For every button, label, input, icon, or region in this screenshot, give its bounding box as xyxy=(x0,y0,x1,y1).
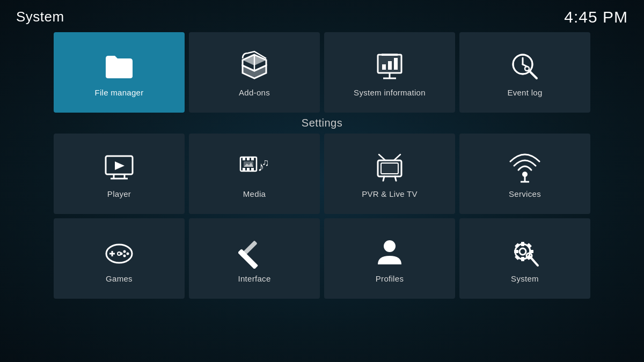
services-label: Services xyxy=(509,189,541,198)
system-information-label: System information xyxy=(354,88,426,97)
svg-point-49 xyxy=(127,252,129,255)
event-log-label: Event log xyxy=(507,88,542,97)
games-label: Games xyxy=(106,274,133,283)
page-title: System xyxy=(16,9,64,25)
tile-games[interactable]: Games xyxy=(54,218,185,299)
tile-pvr-live-tv[interactable]: PVR & Live TV xyxy=(324,134,455,214)
tile-event-log[interactable]: Event log xyxy=(459,32,590,113)
tile-file-manager[interactable]: File manager xyxy=(54,32,185,113)
player-label: Player xyxy=(107,189,131,198)
add-ons-icon xyxy=(238,50,270,83)
file-manager-icon xyxy=(103,50,135,83)
tile-system-settings[interactable]: System xyxy=(459,218,590,299)
svg-text:♫: ♫ xyxy=(262,157,269,168)
tile-add-ons[interactable]: Add-ons xyxy=(189,32,320,113)
profiles-icon xyxy=(374,237,406,269)
tile-interface[interactable]: Interface xyxy=(189,218,320,299)
svg-line-41 xyxy=(395,176,396,181)
svg-point-48 xyxy=(123,250,126,253)
svg-line-56 xyxy=(258,246,261,249)
svg-point-58 xyxy=(384,240,396,252)
tile-player[interactable]: Player xyxy=(54,134,185,214)
svg-rect-29 xyxy=(247,168,250,171)
profiles-label: Profiles xyxy=(376,274,404,283)
svg-rect-26 xyxy=(247,157,250,160)
system-settings-icon xyxy=(509,237,541,269)
svg-rect-28 xyxy=(243,168,245,171)
event-log-icon xyxy=(509,50,541,83)
svg-line-37 xyxy=(379,154,385,160)
svg-rect-55 xyxy=(240,240,258,258)
media-icon: ♪ ♫ xyxy=(238,152,270,184)
top-tiles-row: File manager Add-ons xyxy=(54,32,590,113)
main-content: File manager Add-ons xyxy=(0,29,644,308)
svg-line-40 xyxy=(383,176,384,181)
svg-rect-62 xyxy=(521,257,524,261)
system-information-icon xyxy=(374,50,406,83)
settings-row-1: Player ♪ ♫ Media xyxy=(54,134,590,214)
interface-icon xyxy=(238,237,270,269)
clock: 4:45 PM xyxy=(564,8,628,26)
svg-line-57 xyxy=(255,248,258,252)
svg-point-50 xyxy=(123,254,126,257)
top-bar: System 4:45 PM xyxy=(0,0,644,29)
svg-rect-8 xyxy=(394,58,398,70)
svg-rect-61 xyxy=(521,242,524,246)
svg-rect-7 xyxy=(388,61,392,70)
svg-point-52 xyxy=(118,252,121,255)
pvr-live-tv-icon xyxy=(374,152,406,184)
svg-point-18 xyxy=(525,67,529,71)
svg-point-60 xyxy=(519,248,526,255)
svg-rect-30 xyxy=(251,168,254,171)
svg-line-17 xyxy=(530,71,537,78)
services-icon xyxy=(509,152,541,184)
player-icon xyxy=(103,152,135,184)
svg-rect-27 xyxy=(251,157,254,160)
tile-media[interactable]: ♪ ♫ Media xyxy=(189,134,320,214)
svg-rect-25 xyxy=(243,157,245,160)
tile-system-information[interactable]: System information xyxy=(324,32,455,113)
svg-line-38 xyxy=(394,154,400,160)
add-ons-label: Add-ons xyxy=(239,88,270,97)
media-label: Media xyxy=(243,189,266,198)
tile-services[interactable]: Services xyxy=(459,134,590,214)
svg-rect-66 xyxy=(526,243,532,248)
settings-row-2: Games Interface Prof xyxy=(54,218,590,299)
svg-rect-63 xyxy=(514,250,518,253)
system-settings-label: System xyxy=(511,274,539,283)
tile-profiles[interactable]: Profiles xyxy=(324,218,455,299)
svg-marker-20 xyxy=(115,161,125,170)
file-manager-label: File manager xyxy=(94,88,143,97)
interface-label: Interface xyxy=(238,274,270,283)
settings-section-label: Settings xyxy=(54,117,590,129)
games-icon xyxy=(103,237,135,269)
svg-rect-6 xyxy=(382,64,386,70)
pvr-live-tv-label: PVR & Live TV xyxy=(362,189,418,198)
